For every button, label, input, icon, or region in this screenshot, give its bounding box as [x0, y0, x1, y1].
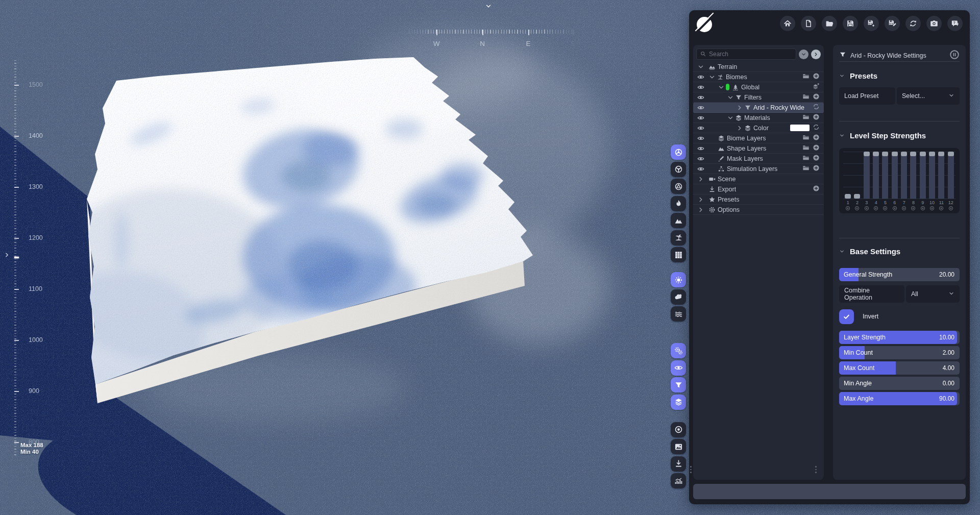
- level-step-eye-icon[interactable]: [909, 206, 918, 211]
- visibility-eye-icon[interactable]: [697, 165, 708, 173]
- water-toggle-button[interactable]: [671, 306, 686, 322]
- erosion-tool-button[interactable]: [671, 196, 686, 211]
- level-step-eye-icon[interactable]: [880, 206, 890, 211]
- resize-grip[interactable]: [815, 466, 817, 475]
- load-preset-dropdown[interactable]: Select...: [897, 87, 960, 105]
- folder-icon[interactable]: [802, 144, 810, 153]
- plus-icon[interactable]: [813, 93, 820, 102]
- level-step-slider-5[interactable]: [880, 152, 890, 199]
- tree-row-terrain[interactable]: Terrain: [693, 62, 824, 72]
- stats-button[interactable]: [671, 473, 686, 488]
- refresh-icon[interactable]: [813, 124, 820, 132]
- tree-row-presets[interactable]: Presets: [693, 194, 824, 205]
- record-button[interactable]: [671, 422, 686, 437]
- plus-icon[interactable]: [813, 154, 820, 163]
- step-forward-button[interactable]: [811, 50, 821, 59]
- visibility-eye-icon[interactable]: [697, 125, 708, 132]
- home-button[interactable]: [780, 16, 795, 31]
- chevron-down-icon[interactable]: [697, 63, 708, 70]
- tree-row-shape-layers[interactable]: Shape Layers: [693, 143, 824, 154]
- folder-icon[interactable]: [802, 113, 810, 122]
- lighting-toggle-button[interactable]: [671, 272, 686, 287]
- visibility-eye-icon[interactable]: [697, 73, 708, 81]
- grid-toggle-button[interactable]: [671, 247, 686, 262]
- visibility-eye-icon[interactable]: [697, 94, 708, 101]
- level-step-eye-icon[interactable]: [862, 206, 871, 211]
- level-step-eye-icon[interactable]: [852, 206, 862, 211]
- tree-row-materials[interactable]: Materials: [693, 113, 824, 123]
- chevron-right-icon[interactable]: [697, 176, 708, 183]
- level-step-eye-icon[interactable]: [890, 206, 899, 211]
- tree-row-simulation-layers[interactable]: Simulation Layers: [693, 164, 824, 174]
- visibility-eye-icon[interactable]: [697, 84, 708, 91]
- chevron-right-icon[interactable]: [697, 196, 708, 203]
- orbit-view-button[interactable]: [671, 144, 686, 160]
- visibility-eye-icon[interactable]: [697, 145, 708, 152]
- level-step-slider-4[interactable]: [871, 152, 880, 199]
- new-file-button[interactable]: [801, 16, 816, 31]
- chevron-down-icon[interactable]: [727, 94, 735, 101]
- invert-checkbox[interactable]: [839, 309, 854, 324]
- level-step-eye-icon[interactable]: [927, 206, 937, 211]
- snapshot-button[interactable]: [671, 439, 686, 454]
- tree-row-scene[interactable]: Scene: [693, 174, 824, 184]
- layer-strength-slider[interactable]: Layer Strength10.00: [839, 331, 960, 344]
- folder-icon[interactable]: [802, 93, 810, 102]
- tree-row-mask-layers[interactable]: Mask Layers: [693, 154, 824, 164]
- refresh-icon[interactable]: [813, 103, 820, 112]
- level-step-slider-8[interactable]: [909, 152, 918, 199]
- export-button[interactable]: [671, 456, 686, 472]
- terrain-tool-button[interactable]: [671, 213, 686, 228]
- panel-pin-icon[interactable]: [949, 50, 960, 62]
- tree-row-global[interactable]: Global: [693, 82, 824, 92]
- section-base-settings[interactable]: Base Settings: [839, 246, 960, 257]
- plus-icon[interactable]: [813, 134, 820, 142]
- zoom-view-button[interactable]: [671, 179, 686, 194]
- biome-tool-button[interactable]: [671, 230, 686, 246]
- level-step-slider-6[interactable]: [890, 152, 899, 199]
- screenshot-button[interactable]: [926, 16, 942, 31]
- visibility-button[interactable]: [671, 360, 686, 376]
- pan-view-button[interactable]: [671, 162, 686, 177]
- folder-icon[interactable]: [802, 164, 810, 173]
- level-step-slider-9[interactable]: [918, 152, 927, 199]
- general-strength-slider[interactable]: General Strength20.00: [839, 268, 960, 281]
- max-angle-slider[interactable]: Max Angle90.00: [839, 392, 960, 405]
- save-incremental-button[interactable]: [885, 16, 900, 31]
- save-as-button[interactable]: [864, 16, 879, 31]
- section-presets[interactable]: Presets: [839, 70, 960, 81]
- sync-button[interactable]: [905, 16, 921, 31]
- folder-icon[interactable]: [802, 72, 810, 81]
- min-count-slider[interactable]: Min Count2.00: [839, 346, 960, 359]
- search-input[interactable]: [709, 51, 792, 58]
- folder-icon[interactable]: [802, 154, 810, 163]
- level-step-slider-3[interactable]: [862, 152, 871, 199]
- plus-icon[interactable]: [813, 185, 820, 193]
- visibility-eye-icon[interactable]: [697, 135, 708, 142]
- tree-row-filters[interactable]: Filters: [693, 92, 824, 103]
- level-step-slider-10[interactable]: [927, 152, 937, 199]
- chevron-right-icon[interactable]: [736, 125, 744, 132]
- chevron-down-icon[interactable]: [718, 84, 726, 91]
- level-step-slider-11[interactable]: [937, 152, 946, 199]
- color-swatch[interactable]: [790, 125, 810, 131]
- plus-icon[interactable]: [813, 72, 820, 81]
- level-step-eye-icon[interactable]: [937, 206, 946, 211]
- filters-toggle-button[interactable]: [671, 377, 686, 393]
- left-panel-expand-icon[interactable]: [4, 251, 10, 260]
- chevron-right-icon[interactable]: [697, 206, 708, 213]
- tree-row-biomes[interactable]: Biomes: [693, 72, 824, 82]
- plus-icon[interactable]: [813, 144, 820, 153]
- level-step-eye-icon[interactable]: [946, 206, 955, 211]
- combine-operation-dropdown[interactable]: All: [906, 285, 960, 303]
- tree-row-options[interactable]: Options: [693, 205, 824, 215]
- tree-row-color[interactable]: Color: [693, 123, 824, 133]
- level-step-eye-icon[interactable]: [871, 206, 880, 211]
- auto-update-button[interactable]: [671, 343, 686, 358]
- level-step-slider-2[interactable]: [852, 152, 862, 199]
- save-button[interactable]: [843, 16, 858, 31]
- max-count-slider[interactable]: Max Count4.00: [839, 361, 960, 375]
- layers-toggle-button[interactable]: [671, 395, 686, 410]
- open-project-button[interactable]: [822, 16, 837, 31]
- level-step-slider-1[interactable]: [843, 152, 852, 199]
